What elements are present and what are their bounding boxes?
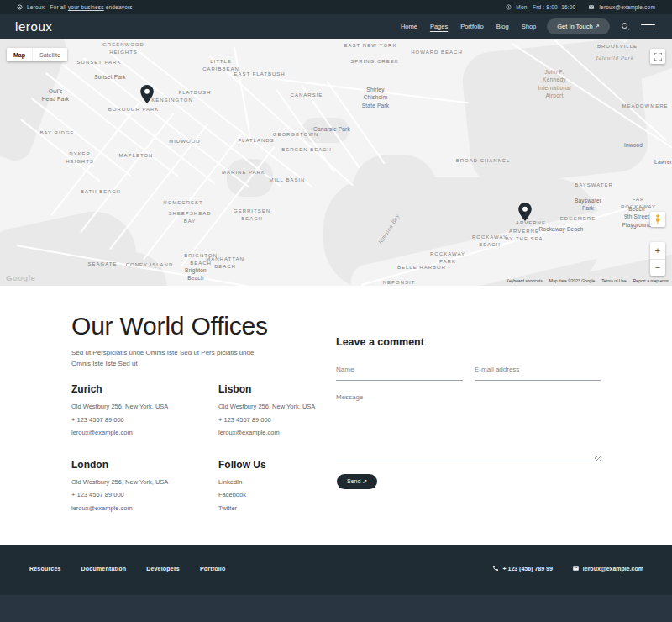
office-phone: + 123 4567 89 000 — [71, 416, 218, 424]
footer: ResourcesDocumentationDevelopersPortfoli… — [0, 545, 672, 622]
topbar-email[interactable]: leroux@example.com — [599, 4, 655, 10]
zoom-in-button[interactable]: + — [650, 242, 665, 260]
logo[interactable]: leroux — [15, 19, 52, 34]
map-attribution-item[interactable]: Keyboard shortcuts — [507, 278, 543, 283]
office-name: London — [71, 459, 218, 471]
mail-icon — [588, 4, 595, 10]
nav-item-pages[interactable]: Pages — [430, 23, 448, 30]
fullscreen-icon[interactable] — [650, 49, 665, 64]
office-email: leroux@example.com — [71, 504, 218, 512]
working-hours: Mon - Frd : 8:00 -16:00 — [516, 4, 575, 10]
map-zoom-control: + − — [650, 242, 665, 276]
footer-link-portfolio[interactable]: Portfolio — [200, 566, 226, 572]
map-view-button[interactable]: Map — [7, 48, 32, 61]
footer-phone[interactable]: + 123 (456) 789 99 — [492, 565, 552, 572]
map-label: SUNSET PARK — [77, 59, 122, 66]
get-in-touch-button[interactable]: Get In Touch ↗ — [547, 18, 610, 34]
footer-link-documentation[interactable]: Documentation — [81, 566, 127, 572]
topbar-tagline: Leroux - For all your business endeavors — [27, 4, 133, 10]
nav-item-blog[interactable]: Blog — [496, 23, 509, 30]
map-label: SPRING CREEK — [350, 58, 398, 66]
office-address: Old Westbury 256, New York, USA — [71, 478, 218, 486]
social-link-twitter[interactable]: Twitter — [218, 504, 361, 512]
map-label: GERRITSEN BEACH — [234, 208, 270, 222]
map-attribution-item[interactable]: Terms of Use — [601, 278, 626, 283]
page-subtitle: Sed ut Perspiciatis unde Omnis Iste Sed … — [71, 348, 275, 370]
office-name: Zurich — [71, 383, 218, 395]
tagline-link[interactable]: your business — [68, 4, 104, 10]
footer-email[interactable]: leroux@example.com — [572, 565, 643, 572]
footer-subband — [0, 595, 672, 622]
office-card: ZurichOld Westbury 256, New York, USA+ 1… — [71, 383, 218, 442]
bullet-icon — [17, 4, 23, 10]
send-button[interactable]: Send ↗ — [337, 474, 377, 489]
topbar-tagline-group: Leroux - For all your business endeavors — [17, 4, 133, 10]
footer-links: ResourcesDocumentationDevelopersPortfoli… — [29, 566, 225, 572]
map-label: HOMECREST — [163, 199, 202, 207]
map-attribution-item: Map data ©2023 Google — [549, 278, 596, 283]
map-road — [143, 133, 243, 260]
search-icon[interactable] — [621, 22, 630, 31]
nav-item-portfolio[interactable]: Portfolio — [460, 23, 484, 30]
nav-menu: HomePagesPortfolioBlogShop — [401, 23, 536, 30]
map-label: BAY RIDGE — [39, 129, 74, 137]
map-pin-brooklyn[interactable] — [140, 85, 154, 103]
topbar: Leroux - For all your business endeavors… — [0, 0, 672, 14]
footer-link-resources[interactable]: Resources — [29, 566, 61, 572]
map-road — [20, 119, 101, 182]
map-label: EAST NEW YORK — [344, 42, 397, 50]
nav-item-home[interactable]: Home — [401, 23, 417, 30]
offices-grid: ZurichOld Westbury 256, New York, USA+ 1… — [71, 383, 361, 517]
message-input[interactable] — [336, 388, 601, 461]
menu-icon[interactable] — [641, 24, 655, 29]
page: Leroux - For all your business endeavors… — [0, 0, 672, 622]
phone-icon — [492, 565, 499, 572]
office-card: LondonOld Westbury 256, New York, USA+ 1… — [71, 459, 218, 518]
name-input[interactable] — [336, 363, 463, 381]
map-attribution-item[interactable]: Report a map error — [633, 278, 669, 283]
page-title: Our World Offices — [71, 312, 268, 340]
map-road — [227, 72, 469, 103]
form-title: Leave a comment — [336, 336, 424, 348]
map-type-toggle: Map Satellite — [7, 48, 67, 61]
pegman-icon[interactable] — [650, 212, 665, 227]
map-road — [80, 113, 174, 233]
map-pin-arverne[interactable] — [518, 203, 532, 221]
clock-icon — [506, 4, 512, 10]
office-address: Old Westbury 256, New York, USA — [71, 403, 218, 410]
social-link-facebook[interactable]: Facebook — [218, 491, 361, 498]
map-label: GREENWOOD HEIGHTS — [102, 41, 144, 55]
navbar: leroux HomePagesPortfolioBlogShop Get In… — [0, 14, 672, 39]
map-label: HOWARD BEACH — [411, 49, 462, 56]
footer-link-developers[interactable]: Developers — [146, 566, 180, 572]
email-input[interactable] — [475, 363, 601, 381]
nav-item-shop[interactable]: Shop — [522, 23, 537, 30]
satellite-view-button[interactable]: Satellite — [32, 48, 67, 61]
map-canvas[interactable]: GREENWOOD HEIGHTSSUNSET PARKSunset ParkO… — [0, 39, 672, 286]
office-phone: + 123 4567 89 000 — [71, 491, 218, 498]
map-attribution: Keyboard shortcutsMap data ©2023 GoogleT… — [507, 278, 669, 283]
topbar-info-group: Mon - Frd : 8:00 -16:00 leroux@example.c… — [506, 4, 655, 10]
map-road — [62, 64, 215, 184]
zoom-out-button[interactable]: − — [650, 260, 665, 277]
google-logo[interactable]: Google — [6, 273, 35, 282]
office-email: leroux@example.com — [71, 429, 218, 436]
map-road — [109, 123, 209, 250]
map-label: Lawrence — [654, 158, 672, 166]
map-label: MANHATTAN BEACH — [206, 256, 244, 270]
map-water — [459, 39, 650, 187]
footer-contact: + 123 (456) 789 99 leroux@example.com — [492, 565, 643, 572]
map-road — [181, 146, 275, 266]
map-label: BERGEN BEACH — [281, 146, 332, 154]
mail-icon — [572, 565, 580, 572]
map-road — [31, 98, 131, 177]
textarea-resize-handle[interactable] — [595, 456, 601, 461]
map-water — [353, 155, 437, 222]
map-road — [50, 103, 139, 216]
